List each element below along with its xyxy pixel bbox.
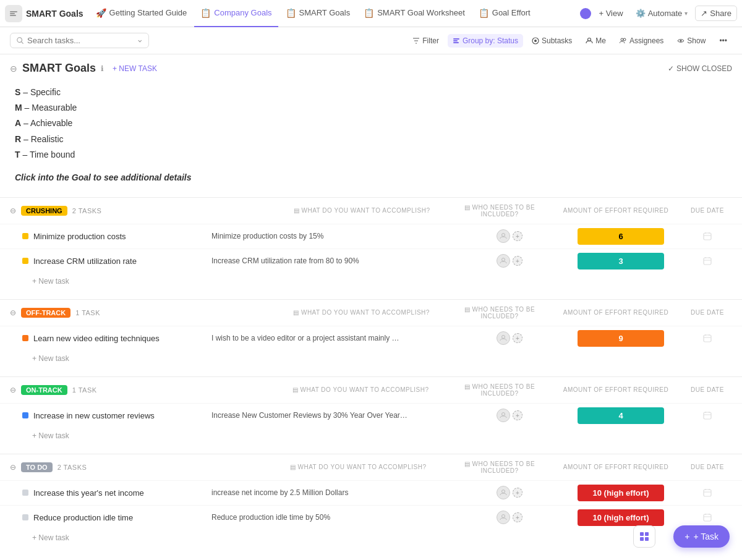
more-button[interactable]: ••• xyxy=(714,34,732,48)
info-icon[interactable]: ℹ xyxy=(101,64,104,73)
task-accomplish: Increase CRM utilization rate from 80 to… xyxy=(207,257,460,265)
task-row[interactable]: Increase in new customer reviews Increas… xyxy=(0,403,742,428)
col-accomplish-header-1: ▤ WHAT DO YOU WANT TO ACCOMPLISH? xyxy=(278,207,445,214)
search-dropdown-icon xyxy=(137,38,142,44)
task-effort: 4 xyxy=(559,407,683,424)
group-by-button[interactable]: Group by: Status xyxy=(448,34,523,48)
app-icon xyxy=(5,5,22,22)
share-button[interactable]: ↗ Share xyxy=(695,6,737,21)
toolbar: Filter Group by: Status Subtasks Me Assi… xyxy=(0,27,742,54)
task-dot xyxy=(22,335,28,341)
add-avatar-btn[interactable]: + xyxy=(513,488,522,498)
task-due[interactable] xyxy=(683,512,732,522)
add-task-on-track[interactable]: + New task xyxy=(0,428,742,444)
grid-view-button[interactable] xyxy=(633,525,655,548)
avatar-group: + xyxy=(497,511,522,524)
status-dot xyxy=(580,8,591,19)
nav-right: + View ⚙️ Automate ▾ ↗ Share xyxy=(580,6,737,21)
col-due-header-2: DUE DATE xyxy=(683,309,732,316)
col-accomplish-header-3: ▤ WHAT DO YOU WANT TO ACCOMPLISH? xyxy=(276,386,445,393)
svg-point-15 xyxy=(502,234,505,237)
effort-bar: 9 xyxy=(578,330,664,347)
collapse-crushing[interactable]: ⊖ xyxy=(10,206,16,215)
me-icon xyxy=(586,37,593,45)
badge-on-track: ON-TRACK xyxy=(21,385,67,395)
eye-icon xyxy=(677,37,684,45)
col-who-header-4: ▤ WHO NEEDS TO BE INCLUDED? xyxy=(450,460,549,474)
col-effort-header-1: AMOUNT OF EFFORT REQUIRED xyxy=(554,207,678,214)
app-title: SMART Goals xyxy=(26,9,83,19)
task-accomplish: I wish to be a video editor or a project… xyxy=(207,334,460,342)
view-button[interactable]: + View xyxy=(594,6,628,20)
avatar xyxy=(497,511,510,524)
col-effort-header-4: AMOUNT OF EFFORT REQUIRED xyxy=(554,464,678,470)
task-name: Learn new video editing techniques xyxy=(33,334,207,343)
add-task-off-track[interactable]: + New task xyxy=(0,350,742,367)
add-task-float-button[interactable]: + + Task xyxy=(673,525,730,548)
task-accomplish: Reduce production idle time by 50% xyxy=(207,513,460,522)
task-accomplish: Minimize production costs by 15% xyxy=(207,232,460,240)
accomplish-icon-2: ▤ xyxy=(293,309,299,316)
who-icon-3: ▤ xyxy=(464,383,471,390)
task-row[interactable]: Minimize production costs Minimize produ… xyxy=(0,224,742,248)
plus-icon: + xyxy=(684,532,689,541)
task-name: Increase CRM utilization rate xyxy=(33,257,207,266)
col-due-header-1: DUE DATE xyxy=(683,207,732,214)
task-effort: 6 xyxy=(559,228,683,245)
search-box[interactable] xyxy=(10,33,149,48)
task-row[interactable]: Reduce production idle time Reduce produ… xyxy=(0,505,742,530)
svg-rect-1 xyxy=(10,11,17,12)
tab-smart-worksheet[interactable]: 📋 SMART Goal Worksheet xyxy=(357,0,471,27)
task-due[interactable] xyxy=(683,231,732,241)
add-avatar-btn[interactable]: + xyxy=(513,333,522,343)
task-dot xyxy=(22,490,28,496)
add-avatar-btn[interactable]: + xyxy=(513,231,522,241)
accomplish-icon-3: ▤ xyxy=(292,386,299,393)
filter-button[interactable]: Filter xyxy=(407,34,444,48)
search-input[interactable] xyxy=(27,36,134,45)
task-due[interactable] xyxy=(683,256,732,266)
collapse-todo[interactable]: ⊖ xyxy=(10,463,16,472)
effort-bar: 6 xyxy=(578,228,664,245)
me-button[interactable]: Me xyxy=(581,34,611,48)
svg-rect-29 xyxy=(640,537,644,541)
collapse-off-track[interactable]: ⊖ xyxy=(10,308,16,317)
assignees-button[interactable]: Assignees xyxy=(615,34,668,48)
svg-point-13 xyxy=(623,38,626,41)
task-row[interactable]: Increase CRM utilization rate Increase C… xyxy=(0,248,742,273)
col-effort-header-2: AMOUNT OF EFFORT REQUIRED xyxy=(554,309,678,316)
automate-button[interactable]: ⚙️ Automate ▾ xyxy=(631,6,693,20)
avatar xyxy=(497,254,510,268)
task-row[interactable]: Increase this year's net income increase… xyxy=(0,480,742,505)
subtasks-button[interactable]: Subtasks xyxy=(527,34,577,48)
tab-goal-effort[interactable]: 📋 Goal Effort xyxy=(472,0,537,27)
tab-company-goals[interactable]: 📋 Company Goals xyxy=(194,0,278,27)
tab-getting-started[interactable]: 🚀 Getting Started Guide xyxy=(90,0,194,27)
collapse-on-track[interactable]: ⊖ xyxy=(10,386,16,394)
task-due[interactable] xyxy=(683,488,732,498)
new-task-button[interactable]: + NEW TASK xyxy=(109,63,161,74)
add-avatar-btn[interactable]: + xyxy=(513,410,522,420)
svg-rect-16 xyxy=(704,233,711,240)
smart-r: R – Realistic xyxy=(15,132,727,147)
task-due[interactable] xyxy=(683,410,732,420)
show-button[interactable]: Show xyxy=(672,34,710,48)
avatar-group: + xyxy=(497,229,522,243)
automate-icon: ⚙️ xyxy=(636,9,646,18)
tab-smart-goals[interactable]: 📋 SMART Goals xyxy=(279,0,357,27)
add-task-crushing[interactable]: + New task xyxy=(0,273,742,289)
add-task-todo[interactable]: + New task xyxy=(0,530,742,546)
effort-bar: 10 (high effort) xyxy=(578,509,664,526)
svg-point-4 xyxy=(17,38,22,43)
add-avatar-btn[interactable]: + xyxy=(513,512,522,522)
task-accomplish: Increase New Customer Reviews by 30% Yea… xyxy=(207,411,460,420)
col-due-header-4: DUE DATE xyxy=(683,464,732,470)
add-avatar-btn[interactable]: + xyxy=(513,256,522,266)
badge-off-track: OFF-TRACK xyxy=(21,308,70,318)
collapse-section-btn[interactable]: ⊖ xyxy=(10,64,17,74)
svg-rect-22 xyxy=(704,412,711,419)
show-closed-button[interactable]: ✓ SHOW CLOSED xyxy=(668,64,732,73)
task-row[interactable]: Learn new video editing techniques I wis… xyxy=(0,326,742,350)
avatar-group: + xyxy=(497,254,522,268)
task-due[interactable] xyxy=(683,333,732,343)
